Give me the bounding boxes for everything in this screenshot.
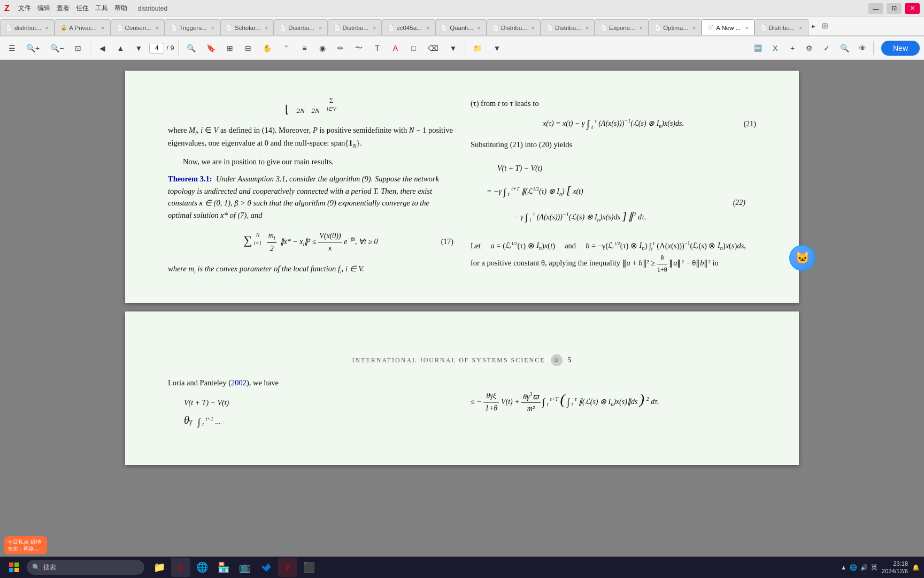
tab-manager-button[interactable]: ⊞ [819,21,831,30]
menu-item-file[interactable]: 文件 [18,4,31,13]
tab-close-2[interactable]: × [156,25,159,31]
addins-button[interactable]: + [785,40,800,57]
taskbar-file-explorer[interactable]: 📁 [150,558,169,577]
eraser-button[interactable]: ⌫ [424,40,442,57]
settings-button[interactable]: ⚙ [802,40,817,57]
search-doc-button[interactable]: 🔍 [183,40,199,57]
tab-0[interactable]: 📄 distribut... × [0,19,55,35]
tab-close-6[interactable]: × [373,25,376,31]
tray-volume[interactable]: 🔊 [860,564,868,571]
tab-8[interactable]: 📄 Quanti... × [435,19,487,35]
tray-up-arrow[interactable]: ▲ [841,564,846,571]
taskbar-browser[interactable]: 🌐 [192,558,212,577]
folder-button[interactable]: 📁 [469,40,486,57]
translate-button[interactable]: 🔤 [750,40,766,57]
check-button[interactable]: ✓ [819,40,834,57]
wave-button[interactable]: 〜 [351,40,366,57]
tab-close-11[interactable]: × [640,25,643,31]
tab-3[interactable]: 📄 Triggers... × [165,19,220,35]
view-button[interactable]: 👁 [855,40,870,57]
tab-1[interactable]: 🔒 A Privac... × [55,19,110,35]
quote-button[interactable]: " [279,40,294,57]
taskbar-zotero[interactable]: Z [171,558,190,577]
page2-right-col: ≤ − θγξ 1+θ V(t) + θγ3ϖ m² ∫ t t+T [471,377,756,438]
tab-close-1[interactable]: × [101,25,104,31]
taskbar-search[interactable]: 🔍 搜索 [27,560,144,575]
zoom-in-button[interactable]: 🔍+ [22,40,43,57]
tab-close-5[interactable]: × [319,25,322,31]
pen-button[interactable]: ✏ [333,40,348,57]
text-color-button[interactable]: A [388,40,403,57]
bookmark-button[interactable]: 🔖 [203,40,219,57]
down-button[interactable]: ▼ [131,40,146,57]
tab-6[interactable]: 📄 Distribu... × [328,19,382,35]
hand-tool-button[interactable]: ✋ [259,40,275,57]
list-button[interactable]: ≡ [297,40,312,57]
tab-close-8[interactable]: × [478,25,481,31]
up-button[interactable]: ▲ [113,40,128,57]
maximize-button[interactable]: ⊡ [887,3,902,14]
excel-button[interactable]: X [768,40,783,57]
tab-close-14[interactable]: × [799,25,802,31]
text-button[interactable]: T [369,40,384,57]
tab-icon-11: 📄 [600,25,607,31]
menu-item-tools[interactable]: 工具 [95,4,108,13]
tab-11[interactable]: 📄 Expone... × [595,19,649,35]
tab-9[interactable]: 📄 Distribu... × [487,19,541,35]
tab-7[interactable]: 📄 ec045a... × [382,19,435,35]
menu-item-view[interactable]: 查看 [57,4,70,13]
tab-close-0[interactable]: × [45,25,49,31]
page-number-input[interactable] [149,43,164,54]
tray-network[interactable]: 🌐 [850,564,857,571]
tab-label-14: Distribu... [769,25,795,31]
tab-close-10[interactable]: × [586,25,589,31]
taskbar-store[interactable]: 🏪 [214,558,233,577]
tab-13[interactable]: 📄 A New ... × [702,19,754,35]
tab-close-4[interactable]: × [265,25,268,31]
menu-item-edit[interactable]: 编辑 [37,4,50,13]
tab-label-8: Quanti... [450,25,473,31]
prev-page-button[interactable]: ◀ [95,40,110,57]
taskbar-clock[interactable]: 23:18 2024/12/6 [882,560,908,575]
more-tabs-button[interactable]: ▸ [808,22,819,30]
tab-10[interactable]: 📄 Distribu... × [541,19,595,35]
ai-assistant-bubble[interactable]: 🐱 [789,245,815,271]
notification-badge[interactable]: 今日私点 绿地充实：网络... [4,536,47,554]
start-button[interactable] [4,559,24,576]
tab-5[interactable]: 📄 Distribu... × [274,19,328,35]
ref-2002-link[interactable]: 2002 [231,378,247,387]
pdf-viewer[interactable]: ⌊ 2N 2N ∑i∈V where Mi, i ∈ V as defined … [0,60,924,557]
tab-4[interactable]: 📄 Scholar... × [220,19,274,35]
notification-button[interactable]: 🔔 [912,564,920,571]
tab-close-13[interactable]: × [745,25,748,31]
taskbar-app1[interactable]: 📺 [235,558,255,577]
tab-14[interactable]: 📄 Distribu... × [754,19,808,35]
highlight-button[interactable]: ◉ [315,40,330,57]
thumbnail-button[interactable]: ⊞ [222,40,237,57]
tab-close-9[interactable]: × [532,25,535,31]
search-right-button[interactable]: 🔍 [836,40,853,57]
shape-button[interactable]: □ [406,40,421,57]
fit-page-button[interactable]: ⊡ [71,40,86,57]
tray-language[interactable]: 英 [871,563,877,572]
taskbar-zotero-2[interactable]: Z [278,558,297,577]
tab-close-12[interactable]: × [692,25,696,31]
close-button[interactable]: ✕ [905,3,920,14]
tab-close-7[interactable]: × [426,25,429,31]
tab-label-3: Triggers... [179,25,206,31]
tab-close-3[interactable]: × [211,25,214,31]
tab-12[interactable]: 📄 Optima... × [649,19,702,35]
menu-item-help[interactable]: 帮助 [114,4,127,13]
more-tools-button[interactable]: ▼ [445,40,460,57]
tab-label-5: Distribu... [288,25,314,31]
zoom-out-button[interactable]: 🔍− [47,40,67,57]
sidebar-toggle-button[interactable]: ☰ [4,40,19,57]
split-button[interactable]: ⊟ [241,40,256,57]
menu-item-task[interactable]: 任住 [76,4,89,13]
taskbar-terminal[interactable]: ⬛ [299,558,319,577]
minimize-button[interactable]: — [868,3,883,14]
folder-options-button[interactable]: ▼ [489,40,504,57]
tab-2[interactable]: 📄 Consen... × [111,19,165,35]
new-button[interactable]: New [881,41,920,56]
taskbar-vscode[interactable] [257,558,276,577]
